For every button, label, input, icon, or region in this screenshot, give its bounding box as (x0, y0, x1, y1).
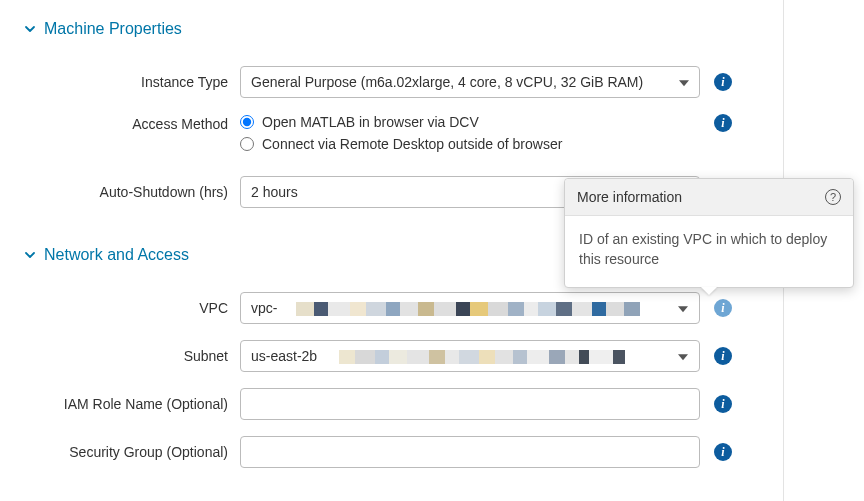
access-method-label-dcv[interactable]: Open MATLAB in browser via DCV (262, 114, 479, 130)
label-vpc: VPC (22, 300, 240, 316)
info-icon[interactable]: i (714, 443, 732, 461)
chevron-down-icon (22, 21, 38, 37)
iam-role-input[interactable] (240, 388, 700, 420)
section-title: Network and Access (44, 246, 189, 264)
label-auto-shutdown: Auto-Shutdown (hrs) (22, 184, 240, 200)
label-iam-role: IAM Role Name (Optional) (22, 396, 240, 412)
tooltip-title: More information (577, 189, 682, 205)
help-icon[interactable]: ? (825, 189, 841, 205)
section-title: Machine Properties (44, 20, 182, 38)
info-icon[interactable]: i (714, 73, 732, 91)
info-icon[interactable]: i (714, 114, 732, 132)
instance-type-select[interactable]: General Purpose (m6a.02xlarge, 4 core, 8… (240, 66, 700, 98)
access-method-radio-rdp[interactable] (240, 137, 254, 151)
access-method-radio-dcv[interactable] (240, 115, 254, 129)
vpc-select[interactable]: vpc- (240, 292, 700, 324)
label-access-method: Access Method (22, 114, 240, 132)
redacted-pixels (339, 350, 669, 364)
label-subnet: Subnet (22, 348, 240, 364)
info-icon[interactable]: i (714, 395, 732, 413)
tooltip-popover: More information ? ID of an existing VPC… (564, 178, 854, 288)
label-security-group: Security Group (Optional) (22, 444, 240, 460)
access-method-label-rdp[interactable]: Connect via Remote Desktop outside of br… (262, 136, 562, 152)
section-header-machine-properties[interactable]: Machine Properties (22, 20, 864, 38)
subnet-select[interactable]: us-east-2b (240, 340, 700, 372)
chevron-down-icon (22, 247, 38, 263)
label-instance-type: Instance Type (22, 74, 240, 90)
security-group-input[interactable] (240, 436, 700, 468)
tooltip-body: ID of an existing VPC in which to deploy… (565, 216, 853, 287)
info-icon[interactable]: i (714, 347, 732, 365)
info-icon[interactable]: i (714, 299, 732, 317)
redacted-pixels (296, 302, 669, 316)
